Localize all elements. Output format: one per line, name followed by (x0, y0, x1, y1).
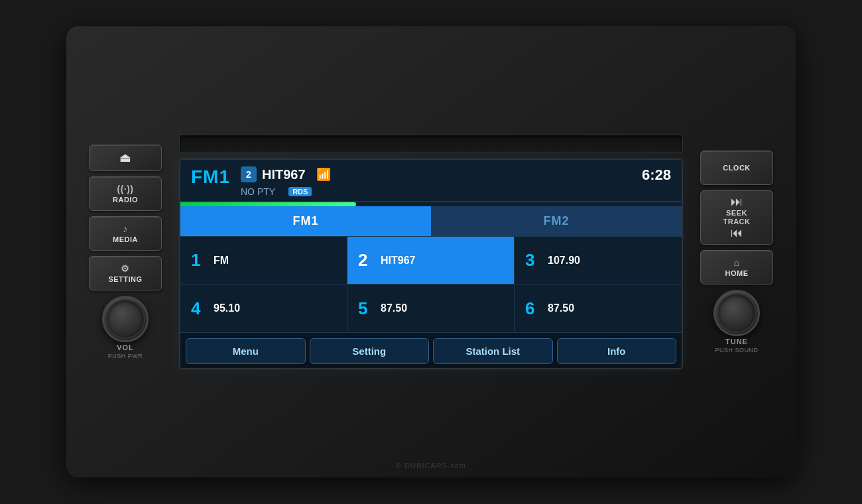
clock-label: CLOCK (723, 164, 751, 172)
header-center: 2 HIT967 📶 NO PTY RDS (230, 166, 642, 197)
preset-num-6: 6 (525, 298, 541, 319)
eject-button[interactable]: ⏏ (89, 145, 162, 171)
preset-num-5: 5 (358, 298, 374, 319)
push-pwr-label: PUSH PWR (108, 353, 143, 359)
tune-knob[interactable] (713, 290, 760, 336)
preset-cell-1[interactable]: 1FM (180, 237, 347, 284)
screen-btn-info[interactable]: Info (557, 338, 677, 364)
vol-label: VOL (117, 344, 134, 351)
preset-badge: 2 (241, 166, 257, 182)
vol-knob-container: VOL PUSH PWR (102, 296, 149, 359)
vol-knob[interactable] (102, 296, 149, 342)
station-name-display: HIT967 (262, 167, 306, 182)
progress-bar (180, 202, 682, 206)
preset-cell-2[interactable]: 2HIT967 (347, 237, 515, 284)
rds-badge: RDS (288, 187, 312, 196)
seek-group: ⏭ SEEKTRACK ⏮ (700, 190, 773, 245)
preset-label-2: HIT967 (381, 255, 415, 267)
seek-forward-icon[interactable]: ⏭ (731, 195, 743, 209)
tune-knob-ring (717, 293, 757, 333)
seek-back-icon[interactable]: ⏮ (731, 226, 743, 240)
tune-knob-container: TUNE PUSH SOUND (713, 290, 760, 353)
preset-label-6: 87.50 (548, 302, 574, 314)
preset-label-1: FM (214, 255, 229, 267)
header-meta: NO PTY RDS (241, 185, 312, 197)
preset-num-3: 3 (525, 250, 541, 271)
screen-btn-station-list[interactable]: Station List (433, 338, 553, 364)
home-label: HOME (725, 269, 749, 277)
cd-slot (179, 135, 683, 153)
radio-button[interactable]: ((·)) RADIO (89, 176, 162, 211)
tab-fm2[interactable]: FM2 (431, 206, 682, 236)
right-panel: CLOCK ⏭ SEEKTRACK ⏮ ⌂ HOME TUNE PUSH SOU… (694, 151, 780, 353)
screen-btn-menu[interactable]: Menu (186, 338, 306, 364)
screen: FM1 2 HIT967 📶 NO PTY RDS (179, 158, 683, 369)
preset-num-4: 4 (191, 298, 207, 319)
preset-cell-3[interactable]: 3107.90 (515, 237, 682, 284)
push-sound-label: PUSH SOUND (715, 347, 758, 353)
header-right: 6:28 (642, 166, 671, 184)
tab-fm1[interactable]: FM1 (180, 206, 431, 236)
eject-icon: ⏏ (119, 151, 131, 165)
clock-display: 6:28 (642, 166, 671, 184)
media-icon: ♪ (123, 223, 128, 234)
presets-grid: 1FM2HIT9673107.90495.10587.50687.50 (180, 236, 682, 332)
home-button[interactable]: ⌂ HOME (700, 250, 773, 284)
radio-icon: ((·)) (117, 184, 133, 194)
setting-label: SETTING (108, 275, 142, 283)
seek-track-label: SEEKTRACK (723, 209, 751, 226)
progress-bar-fill (180, 202, 356, 206)
radio-label: RADIO (113, 196, 138, 204)
preset-cell-5[interactable]: 587.50 (347, 284, 515, 332)
bluetooth-icon: 📶 (316, 167, 331, 182)
tab-bar: FM1 FM2 (180, 206, 682, 236)
setting-button[interactable]: ⚙ SETTING (89, 256, 162, 290)
fm-label: FM1 (191, 166, 230, 188)
preset-label-5: 87.50 (381, 302, 407, 314)
station-info: 2 HIT967 📶 NO PTY RDS (241, 166, 331, 197)
no-pty-label: NO PTY (241, 186, 275, 197)
preset-cell-4[interactable]: 495.10 (180, 284, 347, 332)
setting-icon: ⚙ (121, 263, 130, 274)
preset-label-4: 95.10 (214, 302, 240, 314)
media-label: MEDIA (113, 235, 138, 243)
preset-num-2: 2 (358, 250, 374, 271)
tune-label: TUNE (725, 338, 748, 346)
screen-header: FM1 2 HIT967 📶 NO PTY RDS (180, 160, 682, 202)
clock-button[interactable]: CLOCK (700, 151, 773, 185)
preset-cell-6[interactable]: 687.50 (515, 284, 682, 332)
media-button[interactable]: ♪ MEDIA (89, 216, 162, 251)
center-area: FM1 2 HIT967 📶 NO PTY RDS (179, 135, 683, 369)
left-panel: ⏏ ((·)) RADIO ♪ MEDIA ⚙ SETTING VOL PUSH… (82, 145, 168, 359)
station-top: 2 HIT967 📶 (241, 166, 331, 182)
home-icon: ⌂ (734, 257, 740, 268)
screen-btn-setting[interactable]: Setting (310, 338, 430, 364)
preset-num-1: 1 (191, 250, 207, 271)
preset-label-3: 107.90 (548, 255, 580, 267)
vol-knob-ring (105, 299, 145, 339)
watermark: © DUBICARS.com (396, 462, 466, 470)
car-unit: ⏏ ((·)) RADIO ♪ MEDIA ⚙ SETTING VOL PUSH… (66, 27, 796, 477)
bottom-buttons: MenuSettingStation ListInfo (180, 332, 682, 368)
